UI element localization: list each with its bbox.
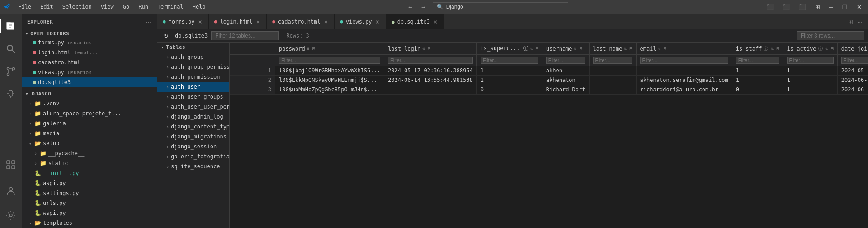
filter-username-input[interactable] [546,57,585,64]
search-input[interactable] [446,4,564,10]
filter-is-staff-input[interactable] [736,57,779,64]
sidebar-more-button[interactable]: ··· [145,17,152,26]
table-django-content-type[interactable]: › django_content_type [157,122,229,132]
filter-password-input[interactable] [279,57,380,64]
table-row[interactable]: 3 l00$uoMmHoZpQgGbc85pOlmJ4n$... 0 Richa… [230,85,868,95]
layout-panel-button[interactable]: ⬛ [780,3,793,11]
table-auth-group-permissions[interactable]: › auth_group_permissions [157,62,229,72]
filter-is-active-input[interactable] [787,57,834,64]
menu-terminal[interactable]: Terminal [154,3,187,11]
editor-item-cadastro[interactable]: cadastro.html [22,57,157,67]
editor-item-views[interactable]: views.py usuarios [22,67,157,77]
filter-email[interactable] [636,55,732,66]
col-header-is-staff[interactable]: is_staff ⓘ ⇅ ⊟ [732,43,783,55]
tree-item-settings[interactable]: 🐍 settings.py [22,188,157,198]
table-auth-user-groups[interactable]: › auth_user_groups [157,92,229,102]
login-tab-close[interactable]: × [255,18,261,25]
tree-item-galeria[interactable]: › 📁 galeria [22,119,157,128]
filter-username[interactable] [542,55,589,66]
table-auth-user[interactable]: › auth_user [157,82,229,92]
col-header-password[interactable]: password ⇅ ⊟ [275,43,384,55]
forms-tab-close[interactable]: × [197,18,203,25]
filter-date-joined-input[interactable] [841,57,868,64]
menu-help[interactable]: Help [189,3,209,11]
activity-settings[interactable] [0,204,22,226]
layout-sidebar-button[interactable]: ⬛ [764,3,776,11]
table-sqlite-sequence[interactable]: › sqlite_sequence [157,162,229,171]
table-django-admin-log[interactable]: › django_admin_log [157,112,229,122]
tree-item-media[interactable]: › 📁 media [22,128,157,138]
activity-search[interactable] [0,38,22,60]
filter-password[interactable] [275,55,384,66]
table-django-migrations[interactable]: › django_migrations [157,132,229,142]
tree-item-init[interactable]: 🐍 __init__.py [22,168,157,178]
menu-selection[interactable]: Selection [59,3,95,11]
editor-item-login[interactable]: login.html templ... [22,48,157,57]
django-section[interactable]: ▾ DJANGO [22,89,157,99]
table-row[interactable]: 1 l00$|baj1O9WrGBMhoxAYwWXhIS6... 2024-0… [230,66,868,76]
table-django-session[interactable]: › django_session [157,142,229,152]
filter-is-active[interactable] [783,55,837,66]
tree-item-urls[interactable]: 🐍 urls.py [22,198,157,208]
filter-date-joined[interactable] [837,55,868,66]
col-header-email[interactable]: email ⇅ ⊟ [636,43,732,55]
tree-item-static[interactable]: › 📁 static [22,158,157,168]
tree-item-venv[interactable]: › 📁 .venv [22,99,157,109]
tree-item-templates[interactable]: ▾ 📂 templates [22,218,157,228]
tab-forms[interactable]: ● forms.py × [157,14,209,29]
table-auth-group[interactable]: › auth_group [157,52,229,62]
activity-extensions[interactable] [0,154,22,176]
nav-forward-button[interactable]: → [418,3,429,11]
tab-cadastro[interactable]: ● cadastro.html × [267,14,335,29]
table-auth-permission[interactable]: › auth_permission [157,72,229,82]
table-auth-user-user-permissions[interactable]: › auth_user_user_permissions [157,102,229,112]
tab-db[interactable]: ● db.sqlite3 × [386,14,444,29]
col-header-is-superuser[interactable]: is_superu... ⓘ ⇅ ⊟ [476,43,542,55]
filter-is-superuser-input[interactable] [481,57,538,64]
filter-last-login-input[interactable] [388,57,473,64]
refresh-button[interactable]: ↻ [161,32,171,40]
editor-item-forms[interactable]: forms.py usuarios [22,38,157,48]
cadastro-tab-close[interactable]: × [323,18,329,25]
window-minimize-button[interactable]: ─ [826,3,836,11]
activity-debug[interactable] [0,83,22,105]
activity-account[interactable] [0,180,22,202]
tab-login[interactable]: ● login.html × [209,14,267,29]
filter-is-superuser[interactable] [476,55,542,66]
layout-grid-button[interactable]: ⊞ [812,3,823,11]
col-header-is-active[interactable]: is_active ⓘ ⇅ ⊟ [783,43,837,55]
more-actions-button[interactable]: ··· [855,17,864,26]
rows-filter-input[interactable] [797,31,864,40]
editor-item-db[interactable]: db.sqlite3 [22,77,157,87]
table-galeria-fotografia[interactable]: › galeria_fotografia [157,152,229,162]
db-tab-close[interactable]: × [433,18,438,25]
menu-edit[interactable]: Edit [37,3,57,11]
col-header-last-name[interactable]: last_name ⇅ ⊟ [589,43,636,55]
activity-source-control[interactable] [0,61,22,82]
menu-run[interactable]: Run [135,3,152,11]
split-editor-button[interactable]: ⊞ [846,17,855,26]
tree-item-asgi[interactable]: 🐍 asgi.py [22,178,157,188]
tree-item-wsgi[interactable]: 🐍 wsgi.py [22,208,157,218]
col-header-username[interactable]: username ⇅ ⊟ [542,43,589,55]
window-close-button[interactable]: ✕ [854,3,864,11]
search-bar[interactable]: 🔍 [433,2,568,11]
filter-email-input[interactable] [640,57,728,64]
tree-item-alura[interactable]: › 📁 alura_space-projeto_f... [22,109,157,119]
tree-item-pycache[interactable]: › 📁 __pycache__ [22,148,157,158]
col-header-last-login[interactable]: last_login ⇅ ⊟ [384,43,476,55]
tree-item-setup[interactable]: ▾ 📂 setup [22,138,157,148]
nav-back-button[interactable]: ← [405,3,416,11]
menu-go[interactable]: Go [119,3,133,11]
window-maximize-button[interactable]: ❐ [840,3,850,11]
tab-views[interactable]: ● views.py × [335,14,386,29]
table-row[interactable]: 2 l00$LkkNpQNSkayUMvNEEmmjj$S... 2024-06… [230,76,868,85]
layout-toggle-button[interactable]: ⬛ [796,3,809,11]
tables-section[interactable]: ▾ Tables [157,43,229,52]
open-editors-header[interactable]: ▾ OPEN EDITORS [22,30,157,38]
db-grid[interactable]: password ⇅ ⊟ last_login ⇅ ⊟ [230,43,868,228]
activity-files[interactable] [0,15,22,37]
filter-last-login[interactable] [384,55,476,66]
col-header-date-joined[interactable]: date_joined ⇅ ⊟ [837,43,868,55]
table-filter-input[interactable] [211,31,279,40]
